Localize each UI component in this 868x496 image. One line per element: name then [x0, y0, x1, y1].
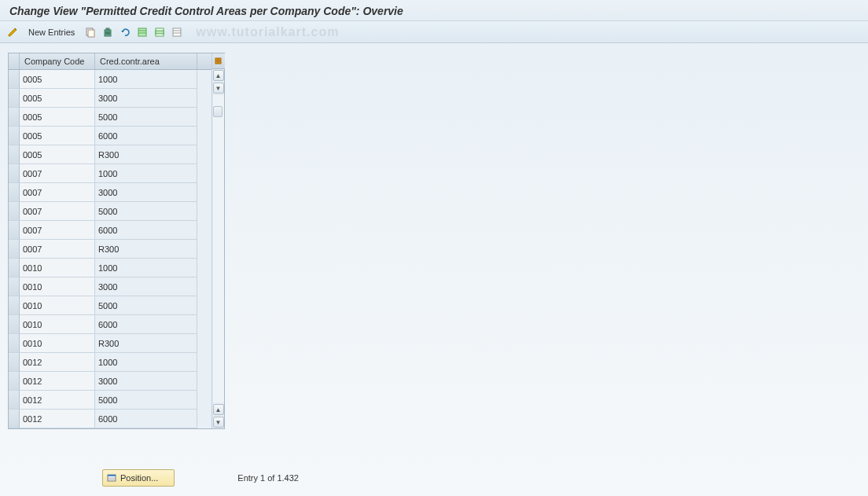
company-input[interactable]: [20, 334, 94, 352]
cell-cred[interactable]: [95, 353, 197, 372]
scroll-up-icon[interactable]: ▲: [213, 70, 224, 81]
company-input[interactable]: [20, 183, 94, 201]
cell-company[interactable]: [20, 334, 95, 353]
row-selector[interactable]: [9, 296, 20, 315]
row-selector[interactable]: [9, 259, 20, 277]
cell-company[interactable]: [20, 202, 95, 221]
delete-icon[interactable]: [101, 26, 114, 39]
row-selector[interactable]: [9, 127, 20, 145]
cred-input[interactable]: [95, 89, 197, 107]
scroll-down-bottom-icon[interactable]: ▼: [213, 417, 224, 428]
row-selector[interactable]: [9, 145, 20, 164]
cell-company[interactable]: [20, 221, 95, 240]
cell-cred[interactable]: [95, 372, 197, 391]
row-selector[interactable]: [9, 221, 20, 240]
toggle-display-change-icon[interactable]: [6, 26, 19, 39]
deselect-all-icon[interactable]: [171, 26, 183, 39]
cell-company[interactable]: [20, 296, 95, 315]
cred-input[interactable]: [95, 240, 197, 258]
cell-cred[interactable]: [95, 277, 197, 296]
company-input[interactable]: [20, 145, 94, 163]
cell-company[interactable]: [20, 164, 95, 183]
scroll-down-icon[interactable]: ▼: [213, 83, 224, 94]
table-config-icon[interactable]: [212, 53, 225, 69]
cred-input[interactable]: [95, 296, 197, 314]
row-selector[interactable]: [9, 334, 20, 353]
cell-company[interactable]: [20, 410, 95, 428]
cell-company[interactable]: [20, 183, 95, 202]
cell-cred[interactable]: [95, 70, 197, 89]
column-header-cred[interactable]: Cred.contr.area: [95, 53, 197, 69]
cell-company[interactable]: [20, 127, 95, 145]
cred-input[interactable]: [95, 315, 197, 333]
company-input[interactable]: [20, 353, 94, 371]
cell-cred[interactable]: [95, 108, 197, 127]
cell-cred[interactable]: [95, 334, 197, 353]
cell-company[interactable]: [20, 89, 95, 108]
company-input[interactable]: [20, 202, 94, 220]
cred-input[interactable]: [95, 277, 197, 296]
cell-company[interactable]: [20, 145, 95, 164]
company-input[interactable]: [20, 89, 94, 107]
cell-cred[interactable]: [95, 145, 197, 164]
cell-cred[interactable]: [95, 410, 197, 428]
cred-input[interactable]: [95, 259, 197, 277]
cell-cred[interactable]: [95, 221, 197, 240]
company-input[interactable]: [20, 70, 94, 88]
company-input[interactable]: [20, 259, 94, 277]
cell-cred[interactable]: [95, 315, 197, 334]
company-input[interactable]: [20, 315, 94, 333]
cell-company[interactable]: [20, 353, 95, 372]
cred-input[interactable]: [95, 164, 197, 182]
cell-cred[interactable]: [95, 164, 197, 183]
column-header-company[interactable]: Company Code: [20, 53, 95, 69]
cell-cred[interactable]: [95, 202, 197, 221]
cred-input[interactable]: [95, 372, 197, 390]
company-input[interactable]: [20, 240, 94, 258]
cred-input[interactable]: [95, 391, 197, 409]
cell-cred[interactable]: [95, 240, 197, 259]
row-selector[interactable]: [9, 353, 20, 372]
cred-input[interactable]: [95, 145, 197, 163]
cell-cred[interactable]: [95, 183, 197, 202]
cred-input[interactable]: [95, 221, 197, 239]
row-selector[interactable]: [9, 164, 20, 183]
cell-cred[interactable]: [95, 391, 197, 410]
row-selector[interactable]: [9, 240, 20, 259]
row-selector[interactable]: [9, 277, 20, 296]
scroll-up-bottom-icon[interactable]: ▲: [213, 404, 224, 415]
cred-input[interactable]: [95, 410, 197, 428]
company-input[interactable]: [20, 391, 94, 409]
cell-company[interactable]: [20, 259, 95, 277]
row-selector[interactable]: [9, 202, 20, 221]
vertical-scrollbar[interactable]: ▲ ▼ ▲ ▼: [211, 53, 224, 428]
cell-company[interactable]: [20, 372, 95, 391]
new-entries-button[interactable]: New Entries: [24, 28, 79, 37]
cell-company[interactable]: [20, 70, 95, 89]
cell-company[interactable]: [20, 391, 95, 410]
cred-input[interactable]: [95, 108, 197, 126]
cred-input[interactable]: [95, 334, 197, 352]
cred-input[interactable]: [95, 202, 197, 220]
cell-cred[interactable]: [95, 296, 197, 315]
scroll-track[interactable]: [213, 95, 224, 402]
company-input[interactable]: [20, 277, 94, 296]
cell-cred[interactable]: [95, 127, 197, 145]
row-selector[interactable]: [9, 391, 20, 410]
row-selector[interactable]: [9, 315, 20, 334]
cell-company[interactable]: [20, 240, 95, 259]
cell-company[interactable]: [20, 315, 95, 334]
cell-company[interactable]: [20, 108, 95, 127]
company-input[interactable]: [20, 127, 94, 145]
row-selector[interactable]: [9, 89, 20, 108]
cell-company[interactable]: [20, 277, 95, 296]
cred-input[interactable]: [95, 183, 197, 201]
row-selector[interactable]: [9, 410, 20, 428]
company-input[interactable]: [20, 296, 94, 314]
row-selector[interactable]: [9, 183, 20, 202]
cred-input[interactable]: [95, 353, 197, 371]
cell-cred[interactable]: [95, 259, 197, 277]
scroll-thumb[interactable]: [213, 106, 223, 117]
undo-change-icon[interactable]: [119, 26, 131, 39]
company-input[interactable]: [20, 108, 94, 126]
